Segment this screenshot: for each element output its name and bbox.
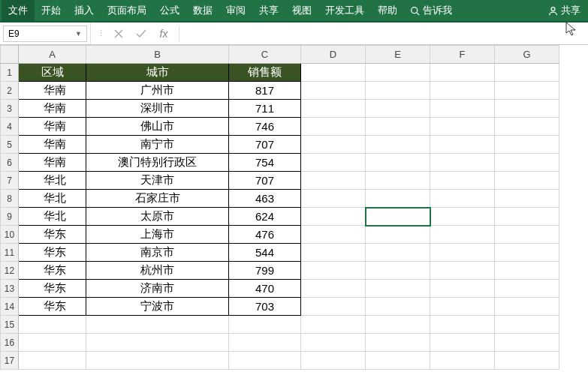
cell[interactable] — [430, 316, 495, 334]
cell[interactable] — [366, 190, 430, 208]
cell-sales[interactable]: 470 — [229, 280, 301, 298]
cell[interactable] — [229, 316, 301, 334]
cell[interactable] — [301, 190, 366, 208]
cell-sales[interactable]: 476 — [229, 226, 301, 244]
cell[interactable] — [430, 136, 495, 154]
cell-region[interactable]: 华南 — [19, 136, 86, 154]
cell[interactable] — [430, 64, 495, 82]
cell-region[interactable]: 华东 — [19, 262, 86, 280]
cell[interactable] — [495, 316, 559, 334]
cell-city[interactable]: 石家庄市 — [86, 190, 229, 208]
cell[interactable] — [19, 352, 86, 370]
cell[interactable] — [366, 352, 430, 370]
row-header-9[interactable]: 9 — [1, 208, 19, 226]
cell-region[interactable]: 华东 — [19, 280, 86, 298]
cell-city[interactable]: 深圳市 — [86, 100, 229, 118]
cell[interactable] — [301, 136, 366, 154]
cell[interactable] — [430, 226, 495, 244]
cell[interactable] — [495, 82, 559, 100]
cell[interactable] — [430, 154, 495, 172]
cell[interactable] — [430, 244, 495, 262]
cell[interactable] — [301, 352, 366, 370]
cell[interactable] — [301, 316, 366, 334]
ribbon-tab-developer[interactable]: 开发工具 — [318, 0, 371, 21]
cell[interactable] — [366, 316, 430, 334]
cell[interactable] — [495, 208, 559, 226]
cell[interactable] — [366, 244, 430, 262]
cell-region[interactable]: 华北 — [19, 172, 86, 190]
header-sales[interactable]: 销售额 — [229, 64, 301, 82]
cell[interactable] — [495, 118, 559, 136]
tell-me-button[interactable]: 告诉我 — [404, 0, 458, 21]
row-header-10[interactable]: 10 — [1, 226, 19, 244]
header-region[interactable]: 区域 — [19, 64, 86, 82]
cell[interactable] — [19, 334, 86, 352]
cell[interactable] — [430, 352, 495, 370]
cell-region[interactable]: 华南 — [19, 118, 86, 136]
cell[interactable] — [495, 226, 559, 244]
cell[interactable] — [366, 100, 430, 118]
cell-city[interactable]: 杭州市 — [86, 262, 229, 280]
cell[interactable] — [495, 190, 559, 208]
cell-city[interactable]: 南京市 — [86, 244, 229, 262]
cell[interactable] — [366, 208, 430, 226]
col-header-F[interactable]: F — [430, 46, 495, 64]
cell[interactable] — [366, 136, 430, 154]
cell[interactable] — [495, 352, 559, 370]
cell[interactable] — [430, 280, 495, 298]
cell[interactable] — [301, 118, 366, 136]
cell[interactable] — [301, 334, 366, 352]
header-city[interactable]: 城市 — [86, 64, 229, 82]
cell[interactable] — [495, 154, 559, 172]
select-all-corner[interactable] — [1, 46, 19, 64]
ribbon-tab-help[interactable]: 帮助 — [371, 0, 404, 21]
spreadsheet-area[interactable]: A B C D E F G 1区域城市销售额2华南广州市8173华南深圳市711… — [0, 45, 588, 375]
cell[interactable] — [301, 154, 366, 172]
cell[interactable] — [495, 262, 559, 280]
cell[interactable] — [19, 316, 86, 334]
ribbon-tab-layout[interactable]: 页面布局 — [101, 0, 153, 21]
cell-sales[interactable]: 817 — [229, 82, 301, 100]
cell-sales[interactable]: 746 — [229, 118, 301, 136]
row-header-13[interactable]: 13 — [1, 280, 19, 298]
ribbon-tab-home[interactable]: 开始 — [35, 0, 68, 21]
cell-city[interactable]: 济南市 — [86, 280, 229, 298]
cell-region[interactable]: 华东 — [19, 298, 86, 316]
share-button[interactable]: 共享 — [542, 0, 586, 21]
cell[interactable] — [495, 136, 559, 154]
cell-region[interactable]: 华南 — [19, 154, 86, 172]
cell-city[interactable]: 上海市 — [86, 226, 229, 244]
cell-region[interactable]: 华南 — [19, 82, 86, 100]
cell[interactable] — [366, 262, 430, 280]
cell[interactable] — [366, 64, 430, 82]
confirm-button[interactable] — [132, 26, 150, 41]
col-header-G[interactable]: G — [495, 46, 559, 64]
row-header-6[interactable]: 6 — [1, 154, 19, 172]
cell[interactable] — [366, 298, 430, 316]
cell[interactable] — [430, 118, 495, 136]
cell[interactable] — [430, 262, 495, 280]
cell-region[interactable]: 华东 — [19, 226, 86, 244]
fx-button[interactable]: fx — [155, 26, 173, 41]
cell[interactable] — [366, 226, 430, 244]
ribbon-tab-insert[interactable]: 插入 — [68, 0, 101, 21]
cell-city[interactable]: 太原市 — [86, 208, 229, 226]
cell-city[interactable]: 广州市 — [86, 82, 229, 100]
formula-input[interactable] — [179, 26, 588, 42]
row-header-1[interactable]: 1 — [1, 64, 19, 82]
cell[interactable] — [366, 280, 430, 298]
ribbon-tab-file[interactable]: 文件 — [2, 0, 35, 21]
cell-sales[interactable]: 624 — [229, 208, 301, 226]
cell[interactable] — [86, 352, 229, 370]
cell[interactable] — [430, 82, 495, 100]
cell[interactable] — [430, 298, 495, 316]
cell[interactable] — [301, 64, 366, 82]
row-header-7[interactable]: 7 — [1, 172, 19, 190]
row-header-17[interactable]: 17 — [1, 352, 19, 370]
ribbon-tab-data[interactable]: 数据 — [186, 0, 219, 21]
cell-sales[interactable]: 703 — [229, 298, 301, 316]
cell[interactable] — [86, 334, 229, 352]
cell[interactable] — [301, 244, 366, 262]
row-header-14[interactable]: 14 — [1, 298, 19, 316]
cell[interactable] — [301, 262, 366, 280]
